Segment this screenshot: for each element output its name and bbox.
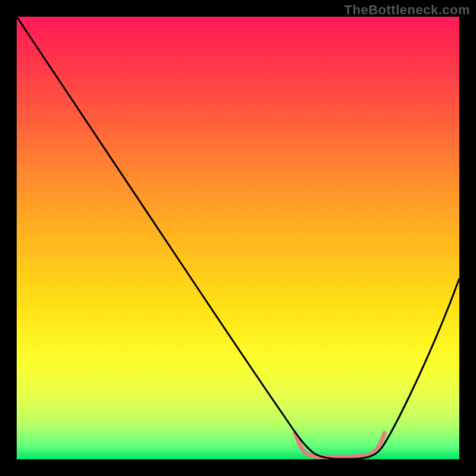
chart-container: TheBottleneck.com (0, 0, 476, 476)
bottleneck-curve (17, 17, 459, 459)
curve-svg (17, 17, 459, 459)
plot-area (17, 17, 459, 459)
watermark-text: TheBottleneck.com (345, 2, 470, 18)
optimal-range-marker (295, 433, 384, 457)
